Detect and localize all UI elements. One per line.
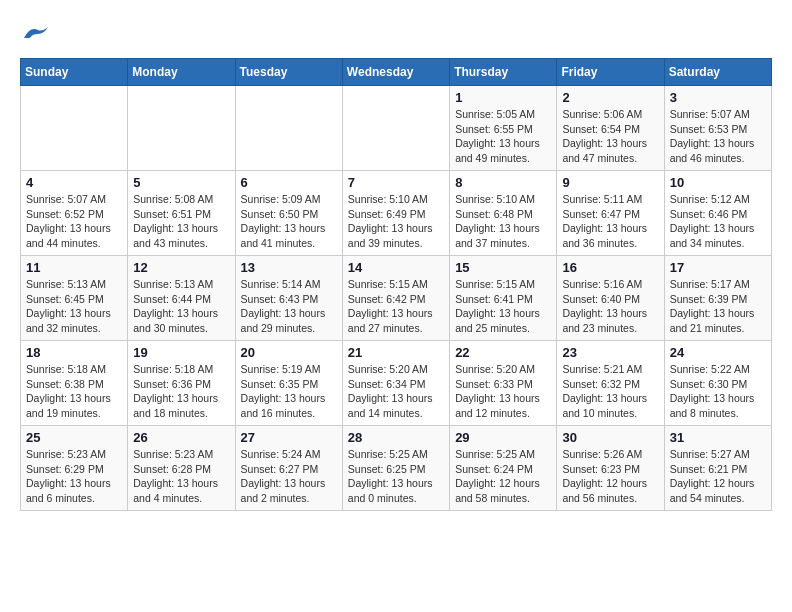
calendar-cell: 11Sunrise: 5:13 AM Sunset: 6:45 PM Dayli… <box>21 256 128 341</box>
calendar-cell: 28Sunrise: 5:25 AM Sunset: 6:25 PM Dayli… <box>342 426 449 511</box>
day-info: Sunrise: 5:27 AM Sunset: 6:21 PM Dayligh… <box>670 447 766 506</box>
weekday-header: Thursday <box>450 59 557 86</box>
calendar-week-row: 11Sunrise: 5:13 AM Sunset: 6:45 PM Dayli… <box>21 256 772 341</box>
day-info: Sunrise: 5:14 AM Sunset: 6:43 PM Dayligh… <box>241 277 337 336</box>
calendar-cell: 3Sunrise: 5:07 AM Sunset: 6:53 PM Daylig… <box>664 86 771 171</box>
day-number: 23 <box>562 345 658 360</box>
logo-bird-icon <box>22 24 50 42</box>
day-info: Sunrise: 5:10 AM Sunset: 6:49 PM Dayligh… <box>348 192 444 251</box>
day-info: Sunrise: 5:21 AM Sunset: 6:32 PM Dayligh… <box>562 362 658 421</box>
calendar-cell: 23Sunrise: 5:21 AM Sunset: 6:32 PM Dayli… <box>557 341 664 426</box>
day-number: 28 <box>348 430 444 445</box>
day-number: 31 <box>670 430 766 445</box>
day-info: Sunrise: 5:23 AM Sunset: 6:29 PM Dayligh… <box>26 447 122 506</box>
day-info: Sunrise: 5:22 AM Sunset: 6:30 PM Dayligh… <box>670 362 766 421</box>
day-info: Sunrise: 5:16 AM Sunset: 6:40 PM Dayligh… <box>562 277 658 336</box>
day-info: Sunrise: 5:25 AM Sunset: 6:24 PM Dayligh… <box>455 447 551 506</box>
calendar-header-row: SundayMondayTuesdayWednesdayThursdayFrid… <box>21 59 772 86</box>
calendar-cell: 20Sunrise: 5:19 AM Sunset: 6:35 PM Dayli… <box>235 341 342 426</box>
day-number: 25 <box>26 430 122 445</box>
day-info: Sunrise: 5:07 AM Sunset: 6:52 PM Dayligh… <box>26 192 122 251</box>
day-number: 10 <box>670 175 766 190</box>
day-number: 14 <box>348 260 444 275</box>
calendar-cell: 6Sunrise: 5:09 AM Sunset: 6:50 PM Daylig… <box>235 171 342 256</box>
day-info: Sunrise: 5:08 AM Sunset: 6:51 PM Dayligh… <box>133 192 229 251</box>
calendar-week-row: 4Sunrise: 5:07 AM Sunset: 6:52 PM Daylig… <box>21 171 772 256</box>
day-info: Sunrise: 5:11 AM Sunset: 6:47 PM Dayligh… <box>562 192 658 251</box>
calendar-cell: 15Sunrise: 5:15 AM Sunset: 6:41 PM Dayli… <box>450 256 557 341</box>
calendar-cell: 7Sunrise: 5:10 AM Sunset: 6:49 PM Daylig… <box>342 171 449 256</box>
weekday-header: Monday <box>128 59 235 86</box>
calendar-cell: 24Sunrise: 5:22 AM Sunset: 6:30 PM Dayli… <box>664 341 771 426</box>
calendar-cell: 12Sunrise: 5:13 AM Sunset: 6:44 PM Dayli… <box>128 256 235 341</box>
day-info: Sunrise: 5:18 AM Sunset: 6:38 PM Dayligh… <box>26 362 122 421</box>
calendar-cell: 16Sunrise: 5:16 AM Sunset: 6:40 PM Dayli… <box>557 256 664 341</box>
day-number: 30 <box>562 430 658 445</box>
day-number: 27 <box>241 430 337 445</box>
calendar-cell: 25Sunrise: 5:23 AM Sunset: 6:29 PM Dayli… <box>21 426 128 511</box>
logo <box>20 20 50 42</box>
day-info: Sunrise: 5:07 AM Sunset: 6:53 PM Dayligh… <box>670 107 766 166</box>
weekday-header: Tuesday <box>235 59 342 86</box>
weekday-header: Sunday <box>21 59 128 86</box>
calendar-cell <box>235 86 342 171</box>
calendar-cell: 4Sunrise: 5:07 AM Sunset: 6:52 PM Daylig… <box>21 171 128 256</box>
calendar-cell: 8Sunrise: 5:10 AM Sunset: 6:48 PM Daylig… <box>450 171 557 256</box>
calendar-cell: 22Sunrise: 5:20 AM Sunset: 6:33 PM Dayli… <box>450 341 557 426</box>
day-number: 9 <box>562 175 658 190</box>
calendar-cell: 17Sunrise: 5:17 AM Sunset: 6:39 PM Dayli… <box>664 256 771 341</box>
day-info: Sunrise: 5:20 AM Sunset: 6:34 PM Dayligh… <box>348 362 444 421</box>
day-number: 13 <box>241 260 337 275</box>
day-number: 19 <box>133 345 229 360</box>
day-number: 16 <box>562 260 658 275</box>
calendar-cell: 9Sunrise: 5:11 AM Sunset: 6:47 PM Daylig… <box>557 171 664 256</box>
day-info: Sunrise: 5:12 AM Sunset: 6:46 PM Dayligh… <box>670 192 766 251</box>
day-number: 22 <box>455 345 551 360</box>
calendar-cell: 14Sunrise: 5:15 AM Sunset: 6:42 PM Dayli… <box>342 256 449 341</box>
calendar-week-row: 18Sunrise: 5:18 AM Sunset: 6:38 PM Dayli… <box>21 341 772 426</box>
calendar-cell: 18Sunrise: 5:18 AM Sunset: 6:38 PM Dayli… <box>21 341 128 426</box>
day-number: 26 <box>133 430 229 445</box>
day-info: Sunrise: 5:15 AM Sunset: 6:42 PM Dayligh… <box>348 277 444 336</box>
day-info: Sunrise: 5:05 AM Sunset: 6:55 PM Dayligh… <box>455 107 551 166</box>
calendar-cell <box>342 86 449 171</box>
day-number: 29 <box>455 430 551 445</box>
day-number: 18 <box>26 345 122 360</box>
calendar-cell: 10Sunrise: 5:12 AM Sunset: 6:46 PM Dayli… <box>664 171 771 256</box>
calendar-table: SundayMondayTuesdayWednesdayThursdayFrid… <box>20 58 772 511</box>
day-info: Sunrise: 5:06 AM Sunset: 6:54 PM Dayligh… <box>562 107 658 166</box>
day-number: 3 <box>670 90 766 105</box>
day-info: Sunrise: 5:18 AM Sunset: 6:36 PM Dayligh… <box>133 362 229 421</box>
calendar-cell: 2Sunrise: 5:06 AM Sunset: 6:54 PM Daylig… <box>557 86 664 171</box>
weekday-header: Friday <box>557 59 664 86</box>
calendar-cell: 29Sunrise: 5:25 AM Sunset: 6:24 PM Dayli… <box>450 426 557 511</box>
weekday-header: Saturday <box>664 59 771 86</box>
day-number: 8 <box>455 175 551 190</box>
day-number: 17 <box>670 260 766 275</box>
day-info: Sunrise: 5:19 AM Sunset: 6:35 PM Dayligh… <box>241 362 337 421</box>
day-info: Sunrise: 5:10 AM Sunset: 6:48 PM Dayligh… <box>455 192 551 251</box>
day-info: Sunrise: 5:13 AM Sunset: 6:44 PM Dayligh… <box>133 277 229 336</box>
day-number: 6 <box>241 175 337 190</box>
calendar-week-row: 25Sunrise: 5:23 AM Sunset: 6:29 PM Dayli… <box>21 426 772 511</box>
day-info: Sunrise: 5:20 AM Sunset: 6:33 PM Dayligh… <box>455 362 551 421</box>
calendar-cell: 31Sunrise: 5:27 AM Sunset: 6:21 PM Dayli… <box>664 426 771 511</box>
day-number: 5 <box>133 175 229 190</box>
day-number: 4 <box>26 175 122 190</box>
page-header <box>20 20 772 42</box>
day-number: 7 <box>348 175 444 190</box>
day-number: 20 <box>241 345 337 360</box>
day-info: Sunrise: 5:24 AM Sunset: 6:27 PM Dayligh… <box>241 447 337 506</box>
day-info: Sunrise: 5:25 AM Sunset: 6:25 PM Dayligh… <box>348 447 444 506</box>
calendar-cell: 27Sunrise: 5:24 AM Sunset: 6:27 PM Dayli… <box>235 426 342 511</box>
day-info: Sunrise: 5:26 AM Sunset: 6:23 PM Dayligh… <box>562 447 658 506</box>
day-number: 21 <box>348 345 444 360</box>
calendar-cell <box>21 86 128 171</box>
day-number: 2 <box>562 90 658 105</box>
calendar-cell <box>128 86 235 171</box>
day-number: 24 <box>670 345 766 360</box>
day-info: Sunrise: 5:15 AM Sunset: 6:41 PM Dayligh… <box>455 277 551 336</box>
calendar-cell: 5Sunrise: 5:08 AM Sunset: 6:51 PM Daylig… <box>128 171 235 256</box>
day-info: Sunrise: 5:13 AM Sunset: 6:45 PM Dayligh… <box>26 277 122 336</box>
calendar-cell: 21Sunrise: 5:20 AM Sunset: 6:34 PM Dayli… <box>342 341 449 426</box>
